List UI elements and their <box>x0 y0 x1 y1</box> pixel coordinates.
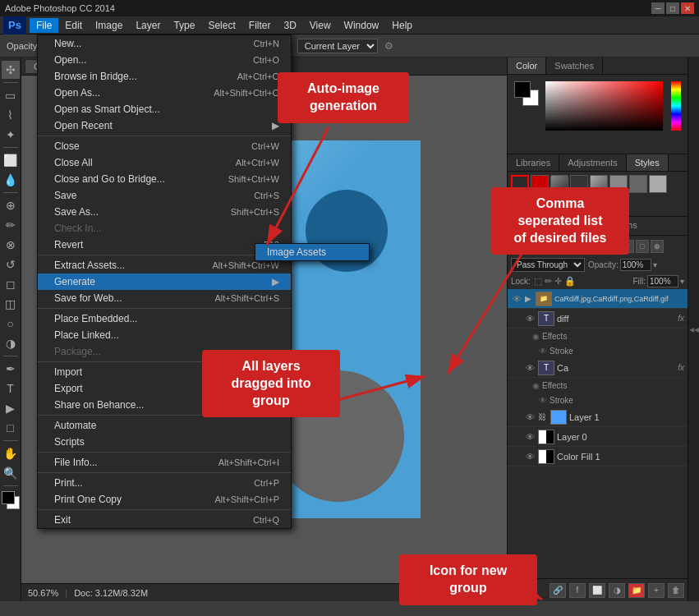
layer-search-input[interactable]: 🔍 <box>531 239 588 253</box>
layer-item-0[interactable]: 👁 Layer 0 <box>508 427 688 447</box>
lock-image-icon[interactable]: ✏ <box>545 276 552 287</box>
style-brown[interactable] <box>531 195 549 213</box>
tool-history-brush[interactable]: ↺ <box>2 255 20 274</box>
menu-edit[interactable]: Edit <box>58 18 89 33</box>
tab-adjustments[interactable]: Adjustments <box>559 154 627 171</box>
menu-window[interactable]: Window <box>338 18 386 33</box>
tool-move[interactable]: ✣ <box>2 61 20 79</box>
style-dark[interactable] <box>570 175 588 193</box>
menu-help[interactable]: Help <box>385 18 419 33</box>
opacity-value[interactable] <box>620 259 651 271</box>
style-gray-grad[interactable] <box>550 175 568 193</box>
layer-mask-button[interactable]: ⬜ <box>589 583 605 598</box>
tool-brush[interactable]: ✏ <box>2 216 20 234</box>
menu-file-info[interactable]: File Info... Alt+Shift+Ctrl+I <box>38 454 291 471</box>
fg-bg-color-squares[interactable] <box>514 81 540 108</box>
new-layer-button[interactable]: + <box>648 583 665 598</box>
style-light-grad[interactable] <box>590 175 608 193</box>
menu-view[interactable]: View <box>303 18 338 33</box>
menu-place-embedded[interactable]: Place Embedded... <box>38 310 291 327</box>
menu-print-one[interactable]: Print One Copy Alt+Shift+Ctrl+P <box>38 491 291 508</box>
tool-eraser[interactable]: ◻ <box>2 275 20 293</box>
menu-print[interactable]: Print... Ctrl+P <box>38 475 291 491</box>
layer-effects-button[interactable]: f <box>569 583 586 598</box>
menu-scripts[interactable]: Scripts <box>38 434 291 450</box>
layer-vis-1[interactable]: 👁 <box>524 411 536 423</box>
tab-layers[interactable]: Layers <box>508 217 551 235</box>
gradient-box[interactable] <box>545 81 663 143</box>
tool-marquee[interactable]: ▭ <box>2 86 20 104</box>
layer-vis-ca[interactable]: 👁 <box>524 362 536 374</box>
menu-exit[interactable]: Exit Ctrl+Q <box>38 512 291 528</box>
tool-type[interactable]: T <box>2 379 20 398</box>
blend-mode-select[interactable]: Pass Through <box>511 258 585 272</box>
style-near-white[interactable] <box>550 195 568 213</box>
new-group-button[interactable]: 📁 <box>628 583 645 598</box>
tool-gradient[interactable]: ◫ <box>2 295 20 313</box>
menu-browse-bridge[interactable]: Browse in Bridge... Alt+Ctrl+O <box>38 68 291 85</box>
menu-3d[interactable]: 3D <box>277 18 302 33</box>
tool-magic-wand[interactable]: ✦ <box>2 126 20 144</box>
style-red[interactable] <box>531 175 549 193</box>
tool-shape[interactable]: □ <box>2 419 20 437</box>
layer-vis-diff[interactable]: 👁 <box>524 313 536 324</box>
layer-arrow-icon[interactable]: ▶ <box>525 294 531 303</box>
menu-file[interactable]: File <box>30 18 58 33</box>
lock-all-icon[interactable]: 🔒 <box>564 276 576 287</box>
menu-select[interactable]: Select <box>201 18 241 33</box>
layer-link-button[interactable]: 🔗 <box>550 583 566 598</box>
minimize-button[interactable]: ─ <box>651 2 665 14</box>
menu-close-all[interactable]: Close All Alt+Ctrl+W <box>38 154 291 171</box>
style-none[interactable] <box>511 175 529 193</box>
collapse-bar[interactable]: ◀◀ <box>688 57 699 601</box>
fg-color-swatch[interactable] <box>514 81 531 98</box>
menu-import[interactable]: Import <box>38 364 291 380</box>
tool-dodge[interactable]: ◑ <box>2 334 20 352</box>
layer-item-diff[interactable]: 👁 T diff fx <box>508 309 688 329</box>
tab-swatches[interactable]: Swatches <box>546 57 603 74</box>
style-light[interactable] <box>649 175 667 193</box>
menu-open-recent[interactable]: Open Recent ▶ <box>38 117 291 134</box>
lock-transparent-icon[interactable]: ⬚ <box>534 276 542 287</box>
delete-layer-button[interactable]: 🗑 <box>668 583 684 598</box>
layer-kind-shape[interactable]: □ <box>636 240 649 253</box>
tab-color[interactable]: Color <box>508 57 546 74</box>
tool-hand[interactable]: ✋ <box>2 444 20 462</box>
hue-spectrum-bar[interactable] <box>671 81 681 131</box>
style-dark-red[interactable] <box>590 195 608 213</box>
tool-crop[interactable]: ⬜ <box>2 151 20 169</box>
tool-zoom[interactable]: 🔍 <box>2 464 20 482</box>
layer-vis-0[interactable]: 👁 <box>524 431 536 443</box>
foreground-background-colors[interactable] <box>2 491 20 509</box>
style-h-grad[interactable] <box>570 195 588 213</box>
layer-item-ca[interactable]: 👁 T Ca fx <box>508 358 688 378</box>
menu-open-as[interactable]: Open As... Alt+Shift+Ctrl+O <box>38 85 291 101</box>
menu-save[interactable]: Save Ctrl+S <box>38 187 291 204</box>
tool-blur[interactable]: ○ <box>2 315 20 333</box>
menu-layer[interactable]: Layer <box>129 18 167 33</box>
style-mid-dark[interactable] <box>629 175 647 193</box>
lock-position-icon[interactable]: ✛ <box>554 276 562 287</box>
tool-eyedropper[interactable]: 💧 <box>2 171 20 189</box>
menu-new[interactable]: New... Ctrl+N <box>38 35 291 52</box>
layer-item-group[interactable]: 👁 ▶ 📁 CaRdiff.jpg,CaRdiff.png,CaRdiff.gi… <box>508 289 688 309</box>
menu-automate[interactable]: Automate <box>38 417 291 434</box>
menu-close[interactable]: Close Ctrl+W <box>38 138 291 154</box>
layer-adjustment-button[interactable]: ◑ <box>609 583 625 598</box>
style-gold[interactable] <box>511 195 529 213</box>
tab-channels[interactable]: Channels <box>551 217 605 235</box>
layer-item-fill[interactable]: 👁 Color Fill 1 <box>508 447 688 467</box>
menu-filter[interactable]: Filter <box>242 18 278 33</box>
menu-open-smart[interactable]: Open as Smart Object... <box>38 101 291 117</box>
layer-kind-type[interactable]: T <box>621 240 634 253</box>
menu-save-as[interactable]: Save As... Shift+Ctrl+S <box>38 204 291 220</box>
color-gradient[interactable] <box>545 81 663 131</box>
menu-export[interactable]: Export <box>38 380 291 397</box>
layer-vis-fill[interactable]: 👁 <box>524 451 536 462</box>
layer-visibility-icon[interactable]: 👁 <box>511 293 522 305</box>
maximize-button[interactable]: □ <box>666 2 679 14</box>
tab-libraries[interactable]: Libraries <box>508 154 559 171</box>
menu-place-linked[interactable]: Place Linked... <box>38 327 291 343</box>
fill-value[interactable] <box>647 275 678 287</box>
sample-select[interactable]: Current Layer <box>297 39 378 53</box>
